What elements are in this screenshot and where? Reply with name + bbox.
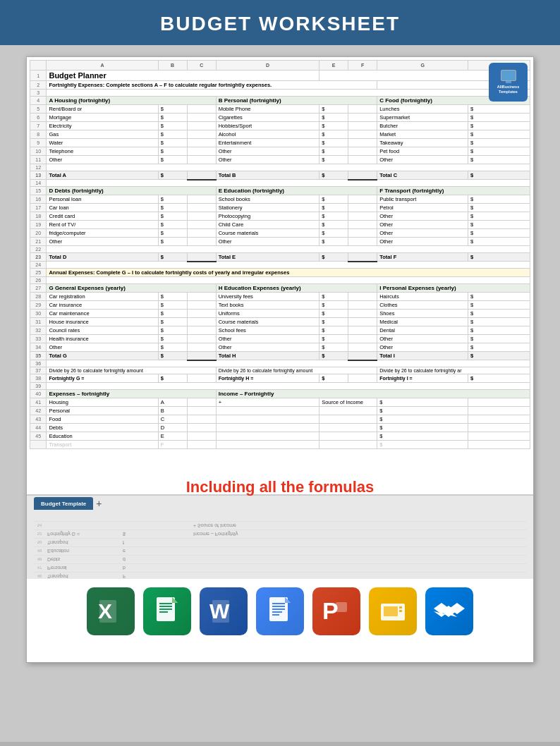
cell: Total H	[216, 352, 319, 360]
cell: Education	[47, 432, 158, 441]
row-num: 5	[30, 105, 47, 114]
cell: $	[468, 335, 530, 343]
cell: Other	[377, 335, 468, 343]
cell	[187, 326, 216, 335]
cell: Fortnightly I =	[377, 374, 468, 383]
row-num: 11	[30, 156, 47, 164]
cell: $	[468, 204, 530, 212]
table-row: 15 D Debts (fortnightly) E Education (fo…	[30, 187, 530, 195]
cell	[187, 374, 216, 383]
cell: Council rates	[47, 326, 158, 335]
cell: $	[468, 171, 530, 180]
cell: $	[319, 293, 348, 301]
table-row: 43 Food C $	[30, 415, 530, 424]
cell: $	[319, 147, 348, 156]
table-row: 16 Personal loan $ School books $ Public…	[30, 195, 530, 204]
cell	[187, 398, 216, 407]
table-row: 20 fridge/computer $ Course materials $ …	[30, 229, 530, 238]
cell	[348, 310, 377, 318]
table-row: 8 Gas $ Alcohol $ Market $	[30, 130, 530, 139]
cell	[187, 335, 216, 343]
cell: Other	[216, 335, 319, 343]
row-num: 19	[30, 221, 47, 229]
formula-text: Including all the formulas	[27, 475, 533, 500]
cell	[468, 407, 530, 415]
cell: E	[158, 432, 187, 441]
cell: $	[319, 105, 348, 114]
table-row: 40 Expenses – fortnightly Income – Fortn…	[30, 390, 530, 398]
powerpoint-icon[interactable]: P	[312, 587, 360, 635]
table-row: 36	[30, 360, 530, 367]
cell: $	[468, 293, 530, 301]
cell: University fees	[216, 293, 319, 301]
docs-icon[interactable]	[256, 587, 304, 635]
cell: $	[158, 212, 187, 221]
table-row: 32 Council rates $ School fees $ Dental …	[30, 326, 530, 335]
cell	[187, 238, 216, 246]
col-header-row: A B C D E F G H	[30, 61, 530, 71]
education-header: E Education (fortnightly)	[216, 187, 377, 195]
row-num: 21	[30, 238, 47, 246]
cell: Credit card	[47, 212, 158, 221]
cell: Child Care	[216, 221, 319, 229]
word-icon[interactable]: W	[200, 587, 248, 635]
main-content: AllBusiness Templates	[0, 45, 560, 742]
allbusiness-logo: AllBusiness Templates	[489, 63, 528, 102]
excel-icon[interactable]: X	[87, 587, 135, 635]
table-row: 9 Water $ Entertainment $ Takeaway $	[30, 139, 530, 147]
cell: $	[158, 105, 187, 114]
cell	[187, 424, 216, 432]
excel-icon-inner: X	[97, 597, 125, 625]
cell: Housing	[47, 398, 158, 407]
mirrored-row: 48 Debts d	[34, 555, 526, 563]
cell: Car maintenance	[47, 310, 158, 318]
housing-header: A Housing (fortnightly)	[47, 97, 216, 105]
table-row: 12	[30, 164, 530, 171]
cell	[468, 398, 530, 407]
cell: $	[468, 122, 530, 130]
cell: Hobbies/Sport	[216, 122, 319, 130]
col-a: A	[47, 61, 158, 71]
cell: $	[319, 156, 348, 164]
cell: School fees	[216, 326, 319, 335]
table-row: 27 G General Expenses (yearly) H Educati…	[30, 284, 530, 293]
cell: $	[319, 326, 348, 335]
cell	[348, 326, 377, 335]
cell: Other	[377, 212, 468, 221]
cell: Health insurance	[47, 335, 158, 343]
cell: $	[377, 432, 468, 441]
cell: Car insurance	[47, 301, 158, 310]
cell: $	[319, 352, 348, 360]
cell: $	[158, 238, 187, 246]
cell: $	[319, 310, 348, 318]
cell: $	[319, 301, 348, 310]
m-ca: Debts	[45, 557, 123, 562]
table-row: 25 Annual Expenses: Complete G – I to ca…	[30, 269, 530, 277]
slides-icon[interactable]	[369, 587, 417, 635]
empty-cell	[47, 277, 530, 284]
cell: Rent/Board or	[47, 105, 158, 114]
cell: $	[158, 195, 187, 204]
row-num: 44	[30, 424, 47, 432]
cell: Other	[377, 221, 468, 229]
cell	[216, 415, 319, 424]
cell: Mortgage	[47, 114, 158, 122]
svg-rect-14	[272, 609, 285, 610]
cell	[216, 424, 319, 432]
spreadsheet-content: AllBusiness Templates	[27, 57, 533, 452]
cell: Text books	[216, 301, 319, 310]
cell: $	[158, 343, 187, 352]
cell: B	[158, 407, 187, 415]
cell: $	[468, 343, 530, 352]
sheets-icon[interactable]	[143, 587, 191, 635]
cell: Public transport	[377, 195, 468, 204]
cell: $	[158, 326, 187, 335]
cell: $	[158, 139, 187, 147]
empty-cell	[47, 262, 530, 269]
dropbox-icon[interactable]	[425, 587, 473, 635]
row-num: 37	[30, 367, 47, 374]
cell: Alcohol	[216, 130, 319, 139]
row-num: 17	[30, 204, 47, 212]
document-container: AllBusiness Templates	[26, 56, 534, 663]
m-ca: Education	[45, 549, 123, 554]
